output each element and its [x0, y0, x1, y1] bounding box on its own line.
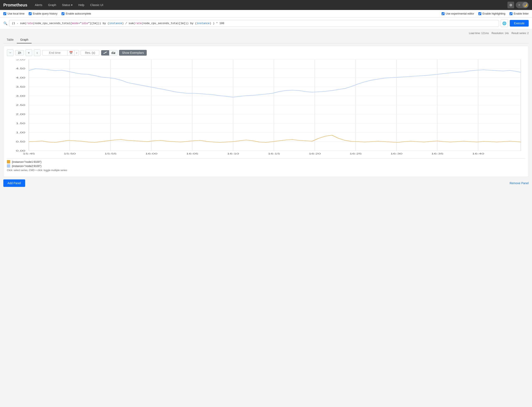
enable-query-history-checkbox[interactable]: Enable query history — [29, 12, 57, 15]
svg-text:2.50: 2.50 — [16, 104, 25, 106]
resolution-input[interactable] — [81, 50, 99, 55]
load-info: Load time: 121ms Resolution: 14s Result … — [3, 32, 529, 35]
svg-text:0.00: 0.00 — [16, 149, 25, 152]
use-experimental-editor-checkbox[interactable]: Use experimental editor — [442, 12, 474, 15]
metrics-explorer-button[interactable]: 🌐 — [501, 20, 508, 27]
zoom-out-button[interactable]: − — [7, 49, 14, 56]
chart-legend: {instance="node1:9100"} {instance="node2… — [7, 158, 525, 173]
end-time-next-icon[interactable]: › — [74, 50, 79, 55]
main-content: Load time: 121ms Resolution: 14s Result … — [0, 29, 532, 189]
settings-right: Use experimental editor Enable highlight… — [442, 12, 529, 15]
svg-rect-2 — [114, 53, 114, 54]
show-exemplars-button[interactable]: Show Exemplars — [119, 50, 147, 56]
svg-text:16:10: 16:10 — [227, 152, 239, 155]
svg-text:2.00: 2.00 — [16, 113, 25, 116]
svg-text:1.50: 1.50 — [16, 122, 25, 125]
nav-item-alerts[interactable]: Alerts — [32, 2, 45, 8]
legend-label-node2: {instance="node2:9100"} — [12, 164, 41, 168]
svg-rect-1 — [113, 52, 113, 54]
theme-toggle: ☀ 🌙 — [516, 2, 529, 8]
bottom-actions: Add Panel Remove Panel — [3, 180, 529, 187]
svg-text:15:55: 15:55 — [105, 152, 117, 155]
chevron-down-icon: ▾ — [71, 3, 73, 7]
svg-text:16:20: 16:20 — [309, 152, 321, 155]
legend-item-node1[interactable]: {instance="node1:9100"} — [7, 160, 525, 164]
settings-bar: Use local time Enable query history Enab… — [0, 10, 532, 17]
theme-light-button[interactable]: ☀ — [516, 2, 522, 8]
line-chart-button[interactable] — [101, 50, 109, 55]
svg-text:4.00: 4.00 — [16, 76, 25, 79]
graph-panel: − 1h + ‹ End time 📅 › — [3, 46, 529, 177]
zoom-in-button[interactable]: + — [25, 49, 32, 56]
theme-dark-button[interactable]: 🌙 — [523, 2, 528, 8]
query-bar: 🔍 (1 - sum(rate(node_cpu_seconds_total{m… — [0, 17, 532, 29]
navbar: Prometheus Alerts Graph Status ▾ Help Cl… — [0, 0, 532, 10]
nav-links: Alerts Graph Status ▾ Help Classic UI — [32, 2, 508, 8]
chart-container: 5.00 4.50 4.00 3.50 3.00 2.50 2.00 1.50 … — [7, 59, 525, 155]
legend-item-node2[interactable]: {instance="node2:9100"} — [7, 164, 525, 168]
brand-title: Prometheus — [3, 3, 27, 8]
graph-controls: − 1h + ‹ End time 📅 › — [7, 49, 525, 56]
calendar-icon[interactable]: 📅 — [67, 50, 74, 55]
svg-text:16:15: 16:15 — [268, 152, 280, 155]
load-time: Load time: 121ms — [469, 32, 489, 35]
svg-text:16:25: 16:25 — [350, 152, 362, 155]
svg-text:16:00: 16:00 — [145, 152, 157, 155]
tab-table[interactable]: Table — [3, 36, 17, 43]
end-time-text: End time — [42, 50, 67, 55]
svg-text:5.00: 5.00 — [16, 59, 25, 61]
execute-button[interactable]: Execute — [510, 20, 529, 27]
tab-graph[interactable]: Graph — [17, 36, 32, 43]
legend-label-node1: {instance="node1:9100"} — [12, 160, 41, 164]
tabs: Table Graph — [3, 36, 529, 43]
svg-text:0.50: 0.50 — [16, 140, 25, 143]
legend-hint: Click: select series, CMD + click: toggl… — [7, 169, 525, 172]
svg-text:16:40: 16:40 — [472, 152, 484, 155]
svg-text:16:35: 16:35 — [431, 152, 443, 155]
query-input[interactable]: (1 - sum(rate(node_cpu_seconds_total{mod… — [9, 20, 499, 27]
svg-text:16:05: 16:05 — [186, 152, 198, 155]
bar-chart-button[interactable] — [109, 50, 117, 55]
enable-highlighting-checkbox[interactable]: Enable highlighting — [478, 12, 505, 15]
remove-panel-link[interactable]: Remove Panel — [509, 181, 529, 185]
use-local-time-checkbox[interactable]: Use local time — [3, 12, 24, 15]
nav-item-classic-ui[interactable]: Classic UI — [88, 2, 106, 8]
svg-text:15:45: 15:45 — [23, 152, 35, 155]
resolution: Resolution: 14s — [492, 32, 509, 35]
duration-display: 1h — [15, 50, 24, 55]
nav-item-help[interactable]: Help — [76, 2, 87, 8]
end-time-control: End time 📅 › — [42, 50, 79, 55]
svg-rect-3 — [114, 52, 115, 54]
svg-text:16:30: 16:30 — [390, 152, 403, 155]
legend-color-node1 — [7, 160, 10, 164]
legend-color-node2 — [7, 164, 10, 168]
bar-chart-icon — [111, 51, 115, 55]
search-icon: 🔍 — [3, 21, 8, 25]
nav-item-status[interactable]: Status ▾ — [59, 2, 75, 8]
chart-type-buttons — [101, 50, 117, 56]
line-chart-icon — [103, 51, 107, 55]
svg-rect-0 — [112, 52, 112, 54]
settings-gear-button[interactable]: ⚙ — [508, 2, 514, 8]
result-series: Result series: 2 — [511, 32, 529, 35]
enable-autocomplete-checkbox[interactable]: Enable autocomplete — [62, 12, 91, 15]
nav-item-graph[interactable]: Graph — [46, 2, 59, 8]
svg-text:1.00: 1.00 — [16, 131, 25, 134]
navbar-right: ⚙ ☀ 🌙 — [508, 2, 529, 8]
svg-text:4.50: 4.50 — [16, 67, 25, 70]
svg-text:15:50: 15:50 — [64, 152, 76, 155]
chart-svg: 5.00 4.50 4.00 3.50 3.00 2.50 2.00 1.50 … — [7, 59, 525, 155]
enable-linter-checkbox[interactable]: Enable linter — [509, 12, 529, 15]
svg-text:3.00: 3.00 — [16, 95, 25, 97]
svg-text:3.50: 3.50 — [16, 86, 25, 88]
add-panel-button[interactable]: Add Panel — [3, 180, 25, 187]
prev-time-button[interactable]: ‹ — [34, 49, 40, 56]
